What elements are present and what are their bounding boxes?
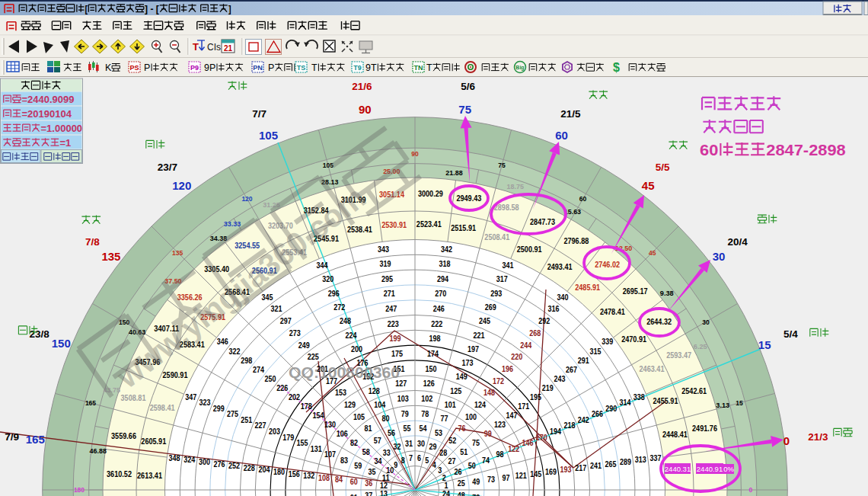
svg-text:K: K <box>105 62 112 73</box>
svg-text:275: 275 <box>227 410 238 418</box>
svg-text:30: 30 <box>702 318 710 326</box>
svg-text:2470.91: 2470.91 <box>621 335 646 344</box>
svg-text:228: 228 <box>244 464 255 472</box>
svg-text:2593.47: 2593.47 <box>666 351 691 360</box>
svg-text:268: 268 <box>529 329 541 338</box>
svg-text:2644.32: 2644.32 <box>646 318 672 326</box>
svg-text:173: 173 <box>461 359 473 367</box>
svg-text:348: 348 <box>169 454 180 462</box>
svg-text:2440.31: 2440.31 <box>665 465 691 473</box>
svg-text:6: 6 <box>417 454 421 462</box>
svg-text:82: 82 <box>350 439 358 447</box>
svg-text:345: 345 <box>262 293 273 302</box>
svg-text:73: 73 <box>487 475 495 484</box>
svg-text:Big: Big <box>515 65 524 71</box>
svg-text:314: 314 <box>620 398 631 407</box>
svg-text:297: 297 <box>280 317 292 325</box>
svg-text:2455.91: 2455.91 <box>653 397 678 405</box>
svg-text:23/8: 23/8 <box>29 328 49 340</box>
svg-text:54: 54 <box>420 424 427 433</box>
svg-text:25: 25 <box>458 479 465 488</box>
svg-text:218: 218 <box>563 421 575 430</box>
svg-text:P9: P9 <box>190 64 199 72</box>
svg-text:T: T <box>193 41 199 53</box>
svg-text:223: 223 <box>388 320 399 328</box>
svg-text:298: 298 <box>241 357 252 365</box>
svg-text:60: 60 <box>579 194 587 203</box>
svg-text:199: 199 <box>389 334 400 343</box>
svg-text:76: 76 <box>458 424 465 433</box>
svg-text:174: 174 <box>427 350 439 358</box>
svg-text:153: 153 <box>335 389 346 397</box>
svg-text:2478.41: 2478.41 <box>600 308 625 316</box>
svg-text:221: 221 <box>474 331 485 340</box>
svg-text:45: 45 <box>642 179 655 192</box>
svg-text:5/4: 5/4 <box>783 328 798 340</box>
svg-text:2515.91: 2515.91 <box>451 224 476 232</box>
svg-text:=2440.9099: =2440.9099 <box>22 94 75 105</box>
svg-text:81: 81 <box>365 424 372 433</box>
svg-text:0: 0 <box>783 434 790 447</box>
svg-text:2538.41: 2538.41 <box>347 226 372 234</box>
svg-text:48: 48 <box>458 491 465 496</box>
svg-text:128: 128 <box>369 387 380 395</box>
svg-text:=20190104: =20190104 <box>22 109 72 120</box>
svg-text:29: 29 <box>429 443 436 451</box>
svg-text:289: 289 <box>620 458 631 466</box>
svg-text:295: 295 <box>381 275 393 283</box>
svg-text:77: 77 <box>441 414 448 423</box>
svg-text:245: 245 <box>479 317 490 325</box>
svg-text:49: 49 <box>472 478 480 486</box>
svg-text:103: 103 <box>397 395 409 403</box>
svg-text:107: 107 <box>324 450 336 459</box>
svg-text:171: 171 <box>518 402 529 411</box>
svg-text:101: 101 <box>445 401 456 409</box>
svg-text:321: 321 <box>271 305 282 313</box>
svg-text:100: 100 <box>465 413 477 421</box>
svg-text:21/3: 21/3 <box>808 431 828 443</box>
svg-text:120: 120 <box>172 179 191 192</box>
svg-text:75: 75 <box>498 161 506 169</box>
svg-text:13: 13 <box>380 490 388 496</box>
svg-text:9P: 9P <box>204 62 215 73</box>
svg-text:194: 194 <box>550 427 561 436</box>
svg-text:155: 155 <box>297 439 308 447</box>
svg-text:0%: 0% <box>723 465 734 473</box>
svg-text:26: 26 <box>455 468 462 476</box>
svg-text:57: 57 <box>374 437 381 445</box>
svg-text:2847.73: 2847.73 <box>530 218 555 226</box>
svg-text:3508.81: 3508.81 <box>121 394 146 402</box>
svg-text:251: 251 <box>241 416 252 424</box>
svg-text:51: 51 <box>460 448 468 456</box>
svg-text:132: 132 <box>303 472 314 480</box>
svg-text:196: 196 <box>502 365 513 373</box>
svg-text:2613.41: 2613.41 <box>137 472 162 480</box>
svg-text:220: 220 <box>511 353 522 361</box>
svg-text:21: 21 <box>224 44 233 53</box>
svg-text:2542.61: 2542.61 <box>681 387 707 395</box>
svg-text:252: 252 <box>228 462 240 470</box>
svg-text:172: 172 <box>493 377 504 386</box>
svg-text:123: 123 <box>494 421 506 429</box>
svg-text:2530.91: 2530.91 <box>381 221 407 229</box>
svg-text:12: 12 <box>380 482 388 490</box>
svg-text:317: 317 <box>496 275 508 283</box>
svg-text:4: 4 <box>432 461 436 469</box>
svg-text:341: 341 <box>502 261 513 270</box>
svg-text:3610.52: 3610.52 <box>107 470 132 478</box>
svg-text:2590.91: 2590.91 <box>163 371 188 379</box>
svg-text:343: 343 <box>378 245 389 254</box>
svg-text:340: 340 <box>557 293 569 302</box>
svg-text:2448.41: 2448.41 <box>662 430 688 439</box>
svg-text:105: 105 <box>259 129 278 142</box>
svg-text:200: 200 <box>351 345 362 354</box>
svg-text:2796.88: 2796.88 <box>563 237 589 245</box>
svg-text:]: ] <box>228 4 231 14</box>
svg-text:27: 27 <box>448 457 456 466</box>
svg-text:P: P <box>144 62 150 73</box>
svg-text:9T: 9T <box>365 62 377 73</box>
svg-text:31: 31 <box>405 440 413 448</box>
svg-text:102: 102 <box>421 395 432 403</box>
svg-text:178: 178 <box>301 402 312 411</box>
svg-text:203: 203 <box>269 427 280 436</box>
